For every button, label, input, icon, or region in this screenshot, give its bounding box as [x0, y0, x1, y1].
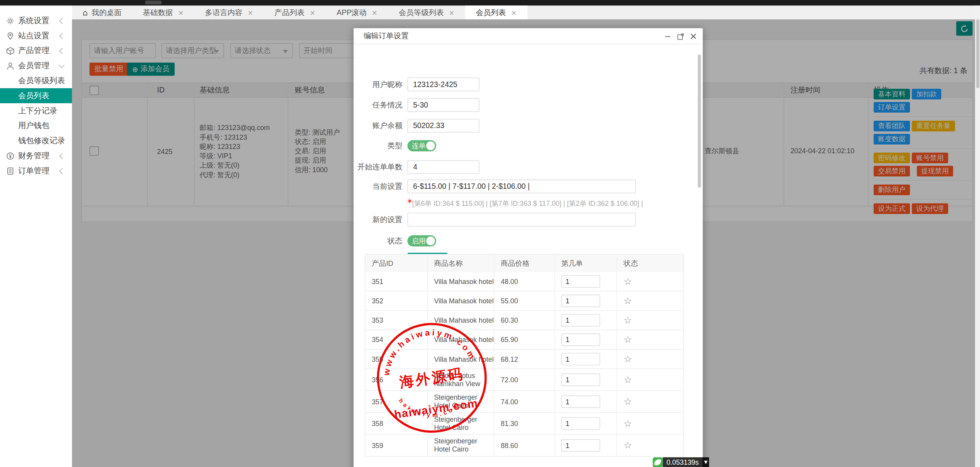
balance-input[interactable] [408, 119, 480, 133]
screen: 系统设置 站点设置 产品管理 会员管理 [0, 0, 980, 467]
product-name: Golden Lotus Namkhan View [428, 369, 494, 390]
nickname-row: 用户昵称 [354, 77, 480, 91]
sidebar-item-updown-records[interactable]: 上下分记录 [0, 103, 72, 118]
star-icon[interactable]: ☆ [624, 334, 632, 345]
order-number-input[interactable] [561, 373, 600, 386]
sidebar-item-label: 用户钱包 [18, 120, 50, 131]
fullscreen-icon[interactable] [677, 33, 684, 40]
toggle-knob [426, 141, 435, 150]
product-id: 354 [365, 330, 428, 349]
product-id: 356 [365, 369, 428, 390]
tab-label: 基础数据 [143, 7, 173, 18]
product-id: 352 [365, 291, 428, 310]
type-row: 类型 连单 [354, 140, 436, 151]
close-icon[interactable]: × [449, 9, 455, 17]
star-icon[interactable]: ☆ [624, 315, 632, 326]
order-number-input[interactable] [561, 275, 600, 287]
new-setting-input[interactable] [408, 213, 636, 227]
star-icon[interactable]: ☆ [624, 354, 632, 365]
sidebar-item-label: 产品管理 [18, 45, 50, 56]
sidebar-item-label: 会员等级列表 [18, 75, 65, 86]
close-icon[interactable]: × [310, 9, 315, 17]
sidebar-item-member-list[interactable]: 会员列表 [0, 88, 72, 103]
sidebar-item-label: 上下分记录 [18, 105, 57, 116]
close-icon[interactable]: × [247, 9, 253, 17]
modal-scrollbar-thumb[interactable] [698, 55, 701, 188]
sidebar-item-finance-management[interactable]: 财务管理 [0, 148, 72, 163]
status-toggle[interactable]: 启用 [408, 235, 436, 246]
start-count-row: 开始连单单数 [354, 160, 480, 174]
star-icon[interactable]: ☆ [624, 440, 632, 451]
order-number-input[interactable] [561, 439, 600, 452]
start-count-input[interactable] [408, 160, 480, 174]
minimize-icon[interactable] [665, 33, 671, 39]
chevron-left-icon [59, 48, 65, 54]
sidebar-item-site-settings[interactable]: 站点设置 [0, 28, 72, 43]
sidebar-item-order-management[interactable]: 订单管理 [0, 163, 72, 178]
star-icon[interactable]: ☆ [624, 374, 632, 385]
order-number-input[interactable] [561, 334, 600, 346]
caret-down-icon[interactable]: ▼ [702, 457, 709, 467]
col-which-order: 第几单 [555, 255, 617, 272]
sidebar-item-product-management[interactable]: 产品管理 [0, 43, 72, 58]
chevron-left-icon [59, 17, 65, 24]
nickname-input[interactable] [408, 77, 480, 91]
sidebar-item-member-level-list[interactable]: 会员等级列表 [0, 73, 72, 88]
product-name: Villa Mahasok hotel [428, 272, 494, 291]
chevron-left-icon [59, 168, 65, 174]
product-price: 81.30 [495, 413, 555, 434]
tab-label: 会员列表 [476, 7, 506, 18]
thinkphp-leaf-icon[interactable] [653, 457, 663, 467]
tab-member-level-list[interactable]: 会员等级列表 × [388, 6, 465, 20]
star-icon[interactable]: ☆ [624, 295, 632, 306]
order-number-input[interactable] [561, 395, 600, 408]
sidebar-item-system-settings[interactable]: 系统设置 [0, 13, 72, 28]
product-id: 358 [365, 413, 428, 434]
home-icon: ⌂ [82, 8, 87, 17]
toggle-label: 连单 [412, 141, 426, 151]
modal-header: 编辑订单设置 [354, 28, 703, 44]
product-name: Steigenberger Hotel Cairo [428, 413, 494, 434]
sidebar-item-label: 钱包修改记录 [18, 135, 65, 146]
chain-order-toggle[interactable]: 连单 [408, 140, 436, 151]
tab-my-desktop[interactable]: ⌂ 我的桌面 [72, 6, 132, 20]
product-price: 48.00 [495, 272, 555, 291]
product-name: Steigenberger Hotel Cairo [428, 435, 494, 456]
sidebar-item-wallet-change-records[interactable]: 钱包修改记录 [0, 133, 72, 148]
close-icon[interactable] [690, 33, 696, 39]
product-id: 355 [365, 350, 428, 369]
tab-basic-data[interactable]: 基础数据 × [132, 6, 194, 20]
edit-order-settings-modal: 编辑订单设置 用户昵称 任务情况 账户余额 类型 连单 [354, 28, 703, 467]
order-number-input[interactable] [561, 353, 600, 365]
order-number-input[interactable] [561, 417, 600, 429]
col-status: 状态 [617, 255, 684, 272]
close-icon[interactable]: × [511, 9, 517, 17]
order-number-input[interactable] [561, 295, 600, 307]
product-id: 359 [365, 435, 428, 456]
cube-icon [6, 46, 14, 55]
task-row: 任务情况 [354, 98, 480, 112]
close-icon[interactable]: × [178, 9, 184, 17]
star-icon[interactable]: ☆ [624, 276, 632, 287]
star-icon[interactable]: ☆ [624, 396, 632, 407]
page-scrollbar[interactable] [975, 6, 980, 467]
task-input[interactable] [408, 98, 480, 112]
tab-app-scroll[interactable]: APP滚动 × [326, 6, 388, 20]
product-name: Villa Mahasok hotel [428, 291, 494, 310]
sidebar-item-label: 会员管理 [18, 60, 50, 71]
current-setting-input[interactable] [408, 180, 636, 193]
tab-label: 多语言内容 [205, 7, 243, 18]
tab-label: 产品列表 [274, 7, 305, 18]
new-setting-label: 新的设置 [354, 214, 403, 225]
close-icon[interactable]: × [372, 9, 377, 17]
tab-product-list[interactable]: 产品列表 × [264, 6, 326, 20]
page-scrollbar-thumb[interactable] [976, 19, 979, 88]
sidebar-item-user-wallet[interactable]: 用户钱包 [0, 118, 72, 133]
order-number-input[interactable] [561, 314, 600, 327]
tab-member-list[interactable]: 会员列表 × [465, 6, 527, 20]
tab-multilang-content[interactable]: 多语言内容 × [194, 6, 264, 20]
product-price: 74.00 [495, 391, 555, 412]
star-icon[interactable]: ☆ [624, 418, 632, 429]
balance-row: 账户余额 [354, 119, 480, 133]
sidebar-item-member-management[interactable]: 会员管理 [0, 58, 72, 73]
